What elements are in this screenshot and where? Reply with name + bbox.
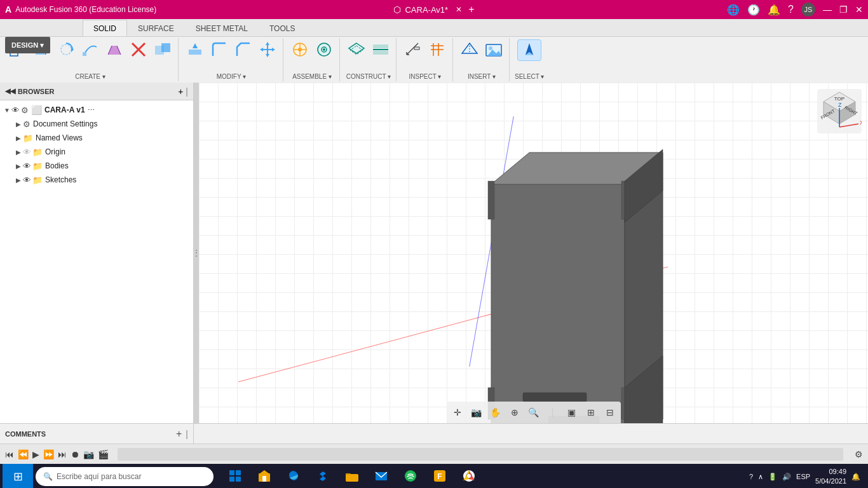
root-option-icon[interactable]: ⋯	[88, 106, 95, 114]
sidebar-resize-handle[interactable]	[194, 83, 199, 423]
taskbar-explorer[interactable]	[338, 464, 366, 488]
comments-add-icon[interactable]: +	[176, 428, 182, 440]
tree-item-doc-settings[interactable]: ▶ ⚙ Document Settings	[0, 117, 193, 131]
browser-collapse-icon[interactable]: ◀◀	[5, 87, 15, 95]
origin-eye-icon[interactable]: 👁	[23, 147, 31, 157]
anim-prev-btn[interactable]: ⏪	[18, 449, 29, 459]
anim-frame-icon[interactable]: 🎬	[98, 449, 109, 459]
select-tool-btn[interactable]	[517, 39, 541, 61]
start-button[interactable]: ⊞	[3, 464, 33, 488]
add-tab-btn[interactable]: +	[468, 4, 474, 15]
loft-btn[interactable]	[103, 39, 126, 60]
taskbar-spotify[interactable]	[397, 464, 424, 488]
vp-zoom-fit-btn[interactable]: ⊕	[506, 404, 523, 421]
assemble-label[interactable]: ASSEMBLE ▾	[292, 72, 332, 80]
close-btn[interactable]: ✕	[855, 4, 863, 15]
anim-play-btn[interactable]: ▶	[32, 449, 39, 459]
tray-help[interactable]: ?	[749, 473, 753, 480]
timeline-area[interactable]	[118, 448, 843, 461]
select-label[interactable]: SELECT ▾	[515, 72, 545, 80]
tab-surface[interactable]: SURFACE	[127, 20, 185, 36]
vp-camera-btn[interactable]: 📷	[468, 404, 485, 421]
chamfer-icon	[234, 41, 252, 58]
vp-move-btn[interactable]: ✛	[449, 404, 466, 421]
comments-controls: + |	[176, 428, 188, 440]
bodies-label: Bodies	[45, 161, 69, 170]
viewport-status	[194, 424, 868, 444]
close-tab-btn[interactable]: ✕	[456, 5, 462, 14]
orientation-cube[interactable]: TOP FRONT RIGHT X Z	[817, 89, 862, 133]
vp-pan-btn[interactable]: ✋	[487, 404, 504, 421]
interference-btn[interactable]	[426, 39, 449, 60]
anim-next-btn[interactable]: ⏩	[43, 449, 54, 459]
taskbar-fusion360[interactable]: F	[426, 464, 454, 488]
tree-item-bodies[interactable]: ▶ 👁 📁 Bodies	[0, 159, 193, 173]
notification-bell-icon[interactable]: 🔔	[768, 4, 780, 16]
tray-volume[interactable]: 🔊	[782, 473, 791, 481]
taskbar-task-view[interactable]	[221, 464, 249, 488]
move-btn[interactable]	[256, 39, 279, 60]
clock-icon[interactable]: 🕐	[747, 4, 760, 16]
search-bar[interactable]: 🔍 Escribe aquí para buscar	[36, 467, 214, 486]
inspect-label[interactable]: INSPECT ▾	[409, 72, 442, 80]
delete-btn[interactable]	[127, 39, 150, 60]
tree-item-origin[interactable]: ▶ 👁 📁 Origin	[0, 145, 193, 159]
new-joint-btn[interactable]	[288, 39, 311, 60]
sketches-eye-icon[interactable]: 👁	[23, 175, 31, 185]
tab-sheet-metal[interactable]: SHEET METAL	[185, 20, 259, 36]
measure-btn[interactable]	[402, 39, 424, 60]
taskbar-mail[interactable]	[367, 464, 395, 488]
user-icon[interactable]: JS	[801, 3, 815, 17]
anim-camera-icon[interactable]: 📷	[83, 449, 94, 459]
anim-record-icon: ⏺	[71, 449, 79, 459]
minimize-btn[interactable]: —	[823, 4, 832, 15]
taskbar-store[interactable]	[250, 464, 278, 488]
tab-solid[interactable]: SOLID	[83, 20, 127, 36]
vp-grid-btn[interactable]: ⊞	[583, 404, 599, 421]
tray-language[interactable]: ESP	[796, 473, 810, 480]
taskbar-dropbox[interactable]	[309, 464, 337, 488]
tree-item-named-views[interactable]: ▶ 📁 Named Views	[0, 131, 193, 145]
tree-item-root[interactable]: ▼ 👁 ⚙ ⬜ CARA-A v1 ⋯	[0, 103, 193, 117]
fillet-btn[interactable]	[208, 39, 231, 60]
taskbar-chrome[interactable]	[455, 464, 483, 488]
maximize-btn[interactable]: ❐	[839, 4, 848, 15]
offset-plane-btn[interactable]	[345, 39, 368, 60]
chamfer-btn[interactable]	[232, 39, 255, 60]
toolbar-group-insert: INSERT ▾	[454, 38, 510, 81]
midplane-btn[interactable]	[369, 39, 392, 60]
taskbar-edge[interactable]	[280, 464, 308, 488]
vp-view-btn[interactable]: ⊟	[602, 404, 618, 421]
insert-mesh-btn[interactable]	[458, 39, 481, 60]
anim-settings-icon[interactable]: ⚙	[855, 449, 863, 459]
notification-icon[interactable]: 🔔	[851, 473, 860, 481]
create-label[interactable]: CREATE ▾	[75, 72, 105, 80]
vp-zoom-btn[interactable]: 🔍	[526, 404, 542, 421]
sweep-btn[interactable]	[79, 39, 102, 60]
modify-label[interactable]: MODIFY ▾	[217, 72, 246, 80]
tab-tools[interactable]: TOOLS	[259, 20, 306, 36]
anim-end-btn[interactable]: ⏭	[58, 449, 67, 459]
tree-item-sketches[interactable]: ▶ 👁 📁 Sketches	[0, 173, 193, 187]
help-icon[interactable]: ?	[788, 4, 794, 15]
vp-display-btn[interactable]: ▣	[564, 404, 580, 421]
browser-add-icon[interactable]: +	[178, 86, 183, 97]
insert-label[interactable]: INSERT ▾	[468, 72, 496, 80]
globe-icon[interactable]: 🌐	[727, 4, 740, 16]
anim-rewind-btn[interactable]: ⏮	[5, 449, 14, 459]
press-pull-btn[interactable]	[184, 39, 207, 60]
insert-image-btn[interactable]	[482, 39, 505, 60]
bodies-eye-icon[interactable]: 👁	[23, 161, 31, 171]
viewport[interactable]: TOP FRONT RIGHT X Z ✛ 📷 ✋ ⊕ 🔍 | ▣ ⊞ ⊟	[199, 83, 868, 423]
joint-origin-btn[interactable]	[313, 39, 336, 60]
revolve-btn[interactable]	[55, 39, 78, 60]
root-settings-icon[interactable]: ⚙	[21, 105, 29, 115]
design-button[interactable]: DESIGN ▾	[5, 37, 50, 53]
root-eye-icon[interactable]: 👁	[11, 105, 20, 115]
title-center: ⬡ CARA-Av1* ✕ +	[393, 4, 474, 15]
system-time[interactable]: 09:49 5/04/2021	[815, 467, 846, 487]
tray-up-arrow[interactable]: ∧	[758, 473, 763, 481]
root-doc-icon: ⬜	[31, 105, 42, 115]
combine-btn[interactable]	[151, 39, 174, 60]
construct-label[interactable]: CONSTRUCT ▾	[346, 72, 391, 80]
